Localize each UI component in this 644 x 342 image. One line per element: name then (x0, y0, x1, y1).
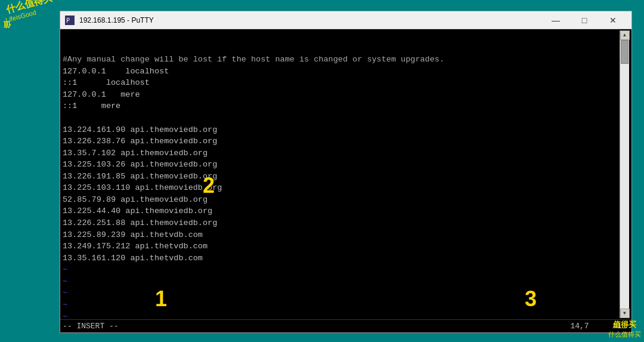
terminal-line: 13.225.44.40 api.themoviedb.org (63, 205, 620, 217)
terminal-line: ~ (63, 276, 620, 288)
scrollbar[interactable]: ▲ ▼ (620, 30, 629, 318)
terminal-line: 13.226.238.76 api.themoviedb.org (63, 135, 620, 147)
status-bar: -- INSERT -- 14,7 All (60, 319, 631, 332)
terminal-line: ::1 mere (63, 100, 620, 112)
scrollbar-thumb[interactable] (621, 40, 628, 64)
title-bar: P 192.168.1.195 - PuTTY — □ ✕ (60, 11, 631, 29)
vim-mode: -- INSERT -- (63, 322, 570, 331)
scroll-down-arrow[interactable]: ▼ (620, 309, 630, 318)
terminal-line: 13.225.89.239 api.thetvdb.com (63, 229, 620, 241)
close-button[interactable]: ✕ (599, 11, 627, 29)
watermark-line1: 什么值得买 (5, 0, 54, 15)
terminal-line: ~ (63, 299, 620, 311)
putty-window: P 192.168.1.195 - PuTTY — □ ✕ #Any manua… (60, 11, 632, 333)
terminal-line: 13.226.191.85 api.themoviedb.org (63, 171, 620, 183)
terminal-line: 13.225.103.26 api.themoviedb.org (63, 159, 620, 171)
terminal-line: ::1 localhost (63, 77, 620, 89)
terminal-line (63, 112, 620, 124)
watermark-top-left: 什么值得买 LifeisGood (5, 5, 52, 24)
terminal-line: ~ (63, 264, 620, 276)
terminal-line: 13.35.7.102 api.themoviedb.org (63, 147, 620, 159)
terminal-line: 13.224.161.90 api.themoviedb.org (63, 124, 620, 136)
terminal-line: 127.0.0.1 mere (63, 89, 620, 101)
terminal-line: 13.225.103.110 api.themoviedb.org (63, 182, 620, 194)
scroll-up-arrow[interactable]: ▲ (620, 30, 630, 40)
window-controls: — □ ✕ (542, 11, 627, 29)
terminal-content: #Any manual change will be lost if the h… (63, 30, 620, 318)
terminal-line: ~ (63, 287, 620, 299)
terminal-line: 52.85.79.89 api.themoviedb.org (63, 194, 620, 206)
terminal-line: ~ (63, 311, 620, 319)
terminal-line: 13.249.175.212 api.thetvdb.com (63, 241, 620, 252)
watermark-line2: LifeisGood (5, 4, 52, 23)
terminal-line: #Any manual change will be lost if the h… (63, 54, 620, 66)
maximize-button[interactable]: □ (571, 11, 598, 29)
putty-icon: P (65, 16, 75, 25)
cursor-position: 14,7 (570, 322, 589, 331)
scrollbar-track[interactable] (620, 40, 629, 309)
scroll-position: All (613, 322, 627, 331)
svg-text:P: P (66, 17, 70, 24)
window-title: 192.168.1.195 - PuTTY (79, 16, 542, 24)
terminal-line: 127.0.0.1 localhost (63, 66, 620, 78)
minimize-button[interactable]: — (542, 11, 569, 29)
terminal-line: 13.226.251.88 api.themoviedb.org (63, 217, 620, 229)
terminal-area[interactable]: #Any manual change will be lost if the h… (60, 29, 631, 319)
terminal-line: 13.35.161.120 api.thetvdb.com (63, 252, 620, 264)
